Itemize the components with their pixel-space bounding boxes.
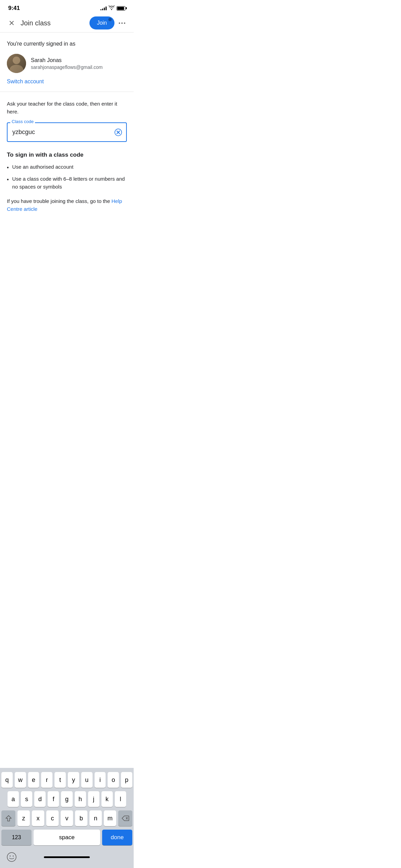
user-info: Sarah Jonas sarahjonaspageflows@gmail.co… <box>31 57 103 70</box>
avatar-image <box>7 54 26 73</box>
instructions-list: Use an authorised account Use a class co… <box>7 163 127 191</box>
instruction-text: Ask your teacher for the class code, the… <box>7 100 127 116</box>
status-icons <box>100 5 125 11</box>
trouble-text: If you have trouble joining the class, g… <box>7 197 127 213</box>
status-time: 9:41 <box>8 5 20 12</box>
list-item: Use an authorised account <box>7 163 127 172</box>
main-content: You're currently signed in as Sarah Jona… <box>0 33 134 213</box>
close-button[interactable] <box>5 17 18 29</box>
signed-in-label: You're currently signed in as <box>7 41 127 47</box>
svg-point-0 <box>119 22 120 24</box>
avatar <box>7 54 26 73</box>
class-code-field: Class code <box>7 122 127 142</box>
more-button[interactable] <box>116 17 128 29</box>
wifi-icon <box>109 5 114 11</box>
list-item-text: Use a class code with 6–8 letters or num… <box>12 175 127 191</box>
user-name: Sarah Jonas <box>31 57 103 63</box>
svg-point-2 <box>124 22 125 24</box>
clear-input-button[interactable] <box>114 129 122 136</box>
divider <box>0 92 134 92</box>
svg-point-1 <box>121 22 123 24</box>
join-button[interactable]: Join <box>89 16 114 29</box>
trouble-prefix: If you have trouble joining the class, g… <box>7 198 111 204</box>
user-email: sarahjonaspageflows@gmail.com <box>31 64 103 70</box>
page-title: Join class <box>21 19 89 27</box>
instructions-title: To sign in with a class code <box>7 152 127 158</box>
user-row: Sarah Jonas sarahjonaspageflows@gmail.co… <box>7 54 127 73</box>
status-bar: 9:41 <box>0 0 134 14</box>
class-code-label: Class code <box>10 119 35 124</box>
list-item: Use a class code with 6–8 letters or num… <box>7 175 127 191</box>
signal-icon <box>100 6 107 10</box>
class-code-input[interactable] <box>7 122 127 142</box>
switch-account-link[interactable]: Switch account <box>7 79 44 85</box>
list-item-text: Use an authorised account <box>12 163 73 171</box>
nav-bar: Join class Join <box>0 14 134 33</box>
battery-icon <box>117 6 125 11</box>
